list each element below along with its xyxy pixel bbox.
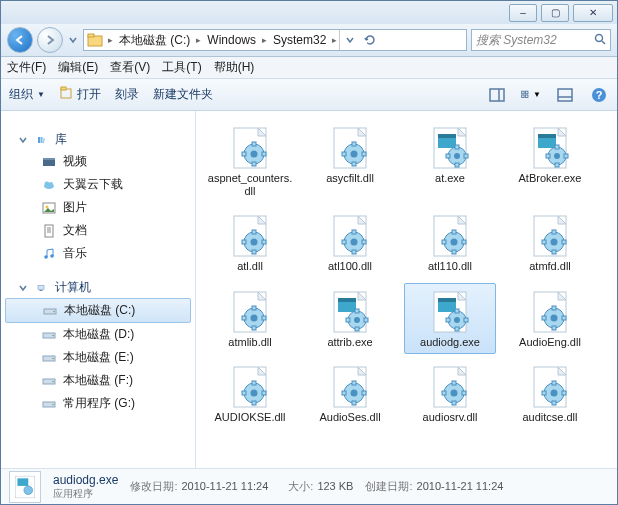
minimize-button[interactable]: –: [509, 4, 537, 22]
svg-rect-132: [552, 306, 556, 310]
breadcrumb-item[interactable]: 本地磁盘 (C:): [115, 30, 194, 50]
svg-rect-93: [452, 230, 456, 234]
svg-rect-87: [352, 250, 356, 254]
tree-item-label: 常用程序 (G:): [63, 395, 135, 412]
svg-rect-117: [355, 327, 359, 331]
file-label: auditcse.dll: [522, 411, 577, 424]
tree-item-pictures[interactable]: 图片: [1, 196, 195, 219]
crumb-sep-icon[interactable]: ▸: [330, 35, 339, 45]
details-size-label: 大小:: [288, 480, 313, 492]
tree-item-drive[interactable]: 本地磁盘 (F:): [1, 369, 195, 392]
tree-item-documents[interactable]: 文档: [1, 219, 195, 242]
svg-point-92: [451, 239, 458, 246]
svg-rect-55: [352, 162, 356, 166]
file-item[interactable]: audiosrv.dll: [404, 358, 496, 429]
menu-view[interactable]: 查看(V): [110, 59, 150, 76]
tree-item-drive[interactable]: 本地磁盘 (C:): [5, 298, 191, 323]
svg-rect-26: [45, 225, 53, 237]
details-filetype: 应用程序: [53, 487, 118, 501]
tree-item-drive[interactable]: 本地磁盘 (E:): [1, 346, 195, 369]
file-item[interactable]: atmlib.dll: [204, 283, 296, 354]
open-button[interactable]: 打开: [59, 86, 101, 103]
organize-button[interactable]: 组织▼: [9, 86, 45, 103]
menu-help[interactable]: 帮助(H): [214, 59, 255, 76]
tree-item-video[interactable]: 视频: [1, 150, 195, 173]
dll-file-icon: [326, 212, 374, 260]
svg-point-2: [596, 34, 603, 41]
file-item[interactable]: aspnet_counters.dll: [204, 119, 296, 203]
svg-point-53: [351, 151, 358, 158]
svg-rect-18: [43, 137, 45, 142]
svg-rect-80: [252, 250, 256, 254]
crumb-sep-icon[interactable]: ▸: [260, 35, 269, 45]
open-icon: [59, 86, 73, 103]
drive-icon: [41, 373, 57, 389]
details-pane-button[interactable]: [555, 85, 575, 105]
file-item[interactable]: auditcse.dll: [504, 358, 596, 429]
svg-rect-11: [525, 95, 528, 98]
svg-rect-33: [40, 290, 43, 291]
file-item[interactable]: AudioSes.dll: [304, 358, 396, 429]
nav-history-dropdown[interactable]: [67, 27, 79, 53]
preview-pane-button[interactable]: [487, 85, 507, 105]
file-item[interactable]: AudioEng.dll: [504, 283, 596, 354]
new-folder-button[interactable]: 新建文件夹: [153, 86, 213, 103]
search-placeholder: 搜索 System32: [476, 32, 557, 49]
pictures-icon: [41, 200, 57, 216]
svg-rect-47: [252, 142, 256, 146]
menu-bar: 文件(F) 编辑(E) 查看(V) 工具(T) 帮助(H): [1, 57, 617, 79]
file-item[interactable]: atmfd.dll: [504, 207, 596, 278]
svg-rect-162: [542, 391, 546, 395]
libraries-header[interactable]: 库: [1, 129, 195, 150]
maximize-button[interactable]: ▢: [541, 4, 569, 22]
file-item[interactable]: AUDIOKSE.dll: [204, 358, 296, 429]
file-pane[interactable]: aspnet_counters.dllasycfilt.dllat.exeAtB…: [196, 111, 617, 468]
close-button[interactable]: ✕: [573, 4, 613, 22]
file-item[interactable]: atl.dll: [204, 207, 296, 278]
file-item[interactable]: attrib.exe: [304, 283, 396, 354]
tree-item-drive[interactable]: 常用程序 (G:): [1, 392, 195, 415]
file-item[interactable]: at.exe: [404, 119, 496, 203]
menu-edit[interactable]: 编辑(E): [58, 59, 98, 76]
file-item[interactable]: asycfilt.dll: [304, 119, 396, 203]
burn-button[interactable]: 刻录: [115, 86, 139, 103]
address-bar[interactable]: ▸ 本地磁盘 (C:) ▸ Windows ▸ System32 ▸: [83, 29, 467, 51]
file-item[interactable]: AtBroker.exe: [504, 119, 596, 203]
svg-rect-103: [562, 240, 566, 244]
file-item[interactable]: atl100.dll: [304, 207, 396, 278]
svg-text:?: ?: [596, 89, 603, 101]
file-label: at.exe: [435, 172, 465, 185]
menu-tools[interactable]: 工具(T): [162, 59, 201, 76]
svg-line-3: [602, 41, 605, 44]
svg-rect-63: [455, 145, 459, 149]
details-size: 123 KB: [317, 480, 353, 492]
svg-rect-149: [362, 391, 366, 395]
refresh-button[interactable]: [360, 30, 380, 50]
svg-rect-142: [262, 391, 266, 395]
back-button[interactable]: [7, 27, 33, 53]
file-item[interactable]: audiodg.exe: [404, 283, 496, 354]
svg-point-23: [49, 182, 53, 186]
breadcrumb-item[interactable]: System32: [269, 30, 330, 50]
breadcrumb-item[interactable]: Windows: [203, 30, 260, 50]
svg-point-71: [554, 153, 560, 159]
crumb-sep-icon[interactable]: ▸: [194, 35, 203, 45]
tree-item-music[interactable]: 音乐: [1, 242, 195, 265]
file-item[interactable]: atl110.dll: [404, 207, 496, 278]
tree-item-drive[interactable]: 本地磁盘 (D:): [1, 323, 195, 346]
crumb-sep-icon[interactable]: ▸: [106, 35, 115, 45]
svg-point-35: [53, 310, 55, 312]
view-options-button[interactable]: ▼: [521, 85, 541, 105]
computer-header[interactable]: 计算机: [1, 277, 195, 298]
help-button[interactable]: ?: [589, 85, 609, 105]
explorer-window: – ▢ ✕ ▸ 本地磁盘 (C:) ▸ Windows ▸ System32 ▸: [0, 0, 618, 505]
file-label: attrib.exe: [327, 336, 372, 349]
svg-point-31: [50, 254, 54, 258]
svg-rect-102: [542, 240, 546, 244]
address-dropdown[interactable]: [340, 30, 360, 50]
tree-item-cloud[interactable]: 天翼云下载: [1, 173, 195, 196]
search-input[interactable]: 搜索 System32: [471, 29, 611, 51]
svg-rect-140: [252, 401, 256, 405]
forward-button[interactable]: [37, 27, 63, 53]
menu-file[interactable]: 文件(F): [7, 59, 46, 76]
